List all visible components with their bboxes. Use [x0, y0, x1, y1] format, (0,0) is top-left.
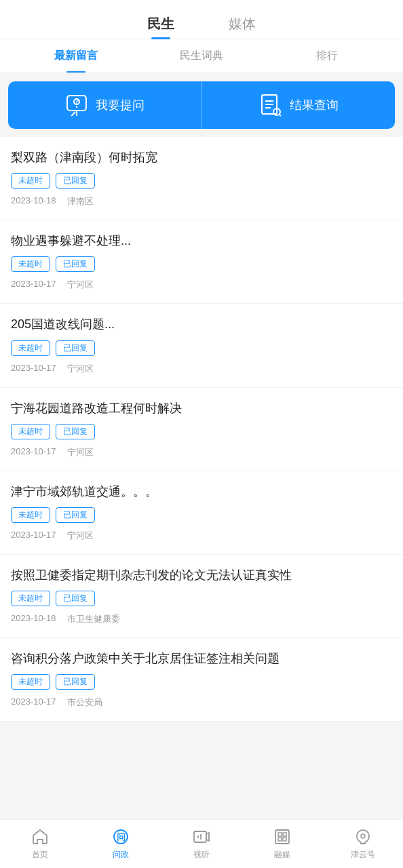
item-title: 按照卫健委指定期刊杂志刊发的论文无法认证真实性	[11, 567, 392, 584]
item-date: 2023-10-17	[11, 696, 56, 709]
item-date: 2023-10-18	[11, 195, 56, 208]
message-list: 梨双路（津南段）何时拓宽 未超时 已回复 2023-10-18 津南区 物业遇事…	[0, 137, 403, 722]
item-date: 2023-10-17	[11, 279, 56, 291]
wenzheng-icon: 问	[111, 827, 130, 846]
svg-point-24	[361, 834, 365, 838]
tag-replied: 已回复	[56, 591, 95, 606]
svg-line-3	[71, 112, 75, 116]
tag-replied: 已回复	[56, 340, 95, 356]
svg-line-11	[279, 115, 281, 117]
item-tags: 未超时 已回复	[11, 256, 392, 272]
item-meta: 2023-10-17 宁河区	[11, 279, 392, 291]
ask-button[interactable]: ? 我要提问	[8, 81, 202, 129]
item-meta: 2023-10-17 宁河区	[11, 446, 392, 458]
item-meta: 2023-10-18 市卫生健康委	[11, 613, 392, 625]
svg-rect-14	[194, 831, 206, 842]
item-meta: 2023-10-18 津南区	[11, 195, 392, 208]
tag-not-expired: 未超时	[11, 256, 50, 272]
tag-replied: 已回复	[56, 674, 95, 690]
item-title: 205国道改线问题...	[11, 316, 392, 333]
item-tags: 未超时 已回复	[11, 424, 392, 439]
item-title: 物业遇事躲避不处理...	[11, 233, 392, 250]
svg-rect-21	[278, 837, 282, 841]
item-date: 2023-10-17	[11, 446, 56, 458]
svg-rect-22	[283, 837, 286, 841]
tag-not-expired: 未超时	[11, 674, 50, 690]
sub-nav-latest[interactable]: 最新留言	[14, 39, 139, 73]
video-icon	[192, 827, 211, 846]
action-bar: ? 我要提问 结果查询	[8, 81, 395, 129]
sub-nav-dict[interactable]: 民生词典	[139, 39, 265, 73]
svg-rect-18	[275, 830, 289, 844]
bottom-nav-rongmei[interactable]: 融媒	[242, 820, 322, 868]
item-meta: 2023-10-17 宁河区	[11, 530, 392, 542]
tag-replied: 已回复	[56, 424, 95, 439]
jinyun-icon	[353, 827, 372, 846]
bottom-nav-wenzheng-label: 问政	[113, 849, 129, 861]
top-navigation: 民生 媒体	[0, 0, 403, 39]
top-nav-meiti[interactable]: 媒体	[202, 9, 283, 39]
svg-text:问: 问	[117, 832, 126, 842]
rongmei-icon	[273, 827, 292, 846]
list-item[interactable]: 按照卫健委指定期刊杂志刊发的论文无法认证真实性 未超时 已回复 2023-10-…	[0, 555, 403, 638]
bottom-nav-rongmei-label: 融媒	[274, 849, 290, 861]
item-tags: 未超时 已回复	[11, 340, 392, 356]
bottom-nav-video-label: 视听	[193, 849, 210, 861]
result-button[interactable]: 结果查询	[202, 81, 396, 129]
item-title: 梨双路（津南段）何时拓宽	[11, 149, 392, 166]
tag-not-expired: 未超时	[11, 340, 50, 356]
item-district: 宁河区	[67, 530, 94, 542]
item-tags: 未超时 已回复	[11, 173, 392, 189]
sub-nav-ranking[interactable]: 排行	[264, 39, 389, 73]
item-meta: 2023-10-17 宁河区	[11, 363, 392, 375]
list-item[interactable]: 205国道改线问题... 未超时 已回复 2023-10-17 宁河区	[0, 304, 403, 387]
top-nav-minsheng[interactable]: 民生	[120, 9, 202, 39]
tag-not-expired: 未超时	[11, 507, 50, 523]
item-date: 2023-10-17	[11, 530, 56, 542]
item-district: 津南区	[67, 195, 94, 208]
item-title: 咨询积分落户政策中关于北京居住证签注相关问题	[11, 650, 392, 667]
item-meta: 2023-10-17 市公安局	[11, 696, 392, 709]
list-item[interactable]: 津宁市域郊轨道交通。。。 未超时 已回复 2023-10-17 宁河区	[0, 471, 403, 555]
list-item[interactable]: 咨询积分落户政策中关于北京居住证签注相关问题 未超时 已回复 2023-10-1…	[0, 638, 403, 722]
bottom-nav-home[interactable]: 首页	[0, 820, 81, 868]
bottom-nav-video[interactable]: 视听	[161, 820, 242, 868]
item-date: 2023-10-17	[11, 363, 56, 375]
list-item[interactable]: 梨双路（津南段）何时拓宽 未超时 已回复 2023-10-18 津南区	[0, 137, 403, 220]
bottom-nav-jinyun[interactable]: 津云号	[322, 820, 403, 868]
tag-not-expired: 未超时	[11, 173, 50, 189]
tag-replied: 已回复	[56, 173, 95, 189]
bottom-nav-home-label: 首页	[32, 849, 48, 861]
tag-not-expired: 未超时	[11, 591, 50, 606]
item-title: 宁海花园道路改造工程何时解决	[11, 400, 392, 417]
item-tags: 未超时 已回复	[11, 507, 392, 523]
item-district: 宁河区	[67, 279, 94, 291]
item-district: 宁河区	[67, 363, 94, 375]
bottom-navigation: 首页 问 问政 视听	[0, 819, 403, 868]
ask-icon: ?	[64, 93, 89, 117]
tag-replied: 已回复	[56, 507, 95, 523]
sub-navigation: 最新留言 民生词典 排行	[0, 39, 403, 73]
list-item[interactable]: 宁海花园道路改造工程何时解决 未超时 已回复 2023-10-17 宁河区	[0, 388, 403, 471]
list-item[interactable]: 物业遇事躲避不处理... 未超时 已回复 2023-10-17 宁河区	[0, 220, 403, 304]
item-district: 市卫生健康委	[67, 613, 120, 625]
item-date: 2023-10-18	[11, 613, 56, 625]
result-icon	[258, 93, 283, 117]
svg-rect-20	[283, 833, 286, 836]
item-district: 市公安局	[67, 696, 102, 709]
item-tags: 未超时 已回复	[11, 591, 392, 606]
item-district: 宁河区	[67, 446, 94, 458]
svg-rect-19	[278, 833, 282, 836]
result-label: 结果查询	[290, 97, 339, 113]
svg-text:?: ?	[75, 97, 79, 106]
tag-replied: 已回复	[56, 256, 95, 272]
item-tags: 未超时 已回复	[11, 674, 392, 690]
item-title: 津宁市域郊轨道交通。。。	[11, 484, 392, 500]
ask-label: 我要提问	[96, 97, 145, 113]
svg-marker-15	[206, 833, 209, 841]
bottom-nav-wenzheng[interactable]: 问 问政	[81, 820, 161, 868]
home-icon	[31, 827, 50, 846]
bottom-nav-jinyun-label: 津云号	[351, 849, 375, 861]
tag-not-expired: 未超时	[11, 424, 50, 439]
